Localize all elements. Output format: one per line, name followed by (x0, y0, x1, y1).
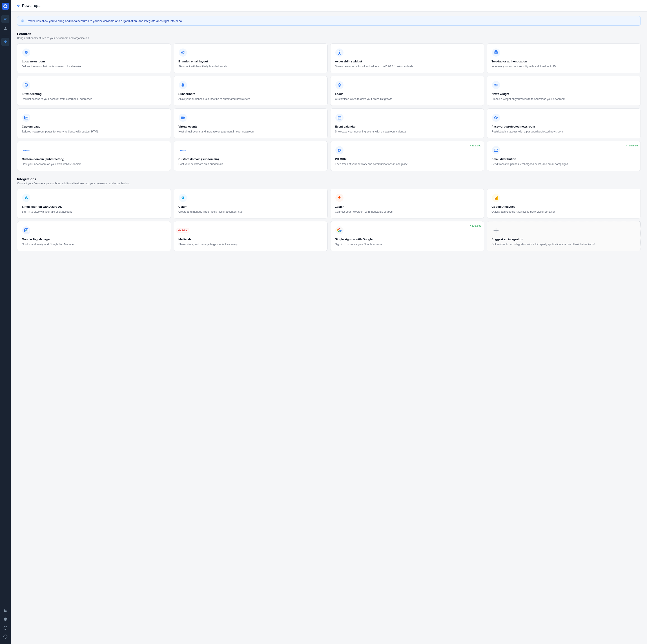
card-2fa[interactable]: 2FA Two-factor authentication Increase y… (487, 43, 641, 73)
svg-point-43 (336, 113, 344, 122)
svg-point-10 (22, 20, 23, 20)
google-sso-enabled: ✓ Enabled (470, 224, 481, 227)
card-custom-page[interactable]: Custom page Tailored newsroom pages for … (17, 108, 171, 138)
page-title: Power-ups (22, 4, 41, 8)
card-pr-crm[interactable]: ✓ Enabled PR CRM Keep track of you (330, 141, 484, 171)
suggest-title: Suggest an integration (492, 238, 636, 241)
pr-crm-icon (335, 146, 344, 155)
card-suggest-integration[interactable]: Suggest an integration Got an idea for a… (487, 221, 641, 251)
svg-rect-63 (497, 196, 498, 199)
card-ip-whitelisting[interactable]: IP IP-whitelisting Restrict access to yo… (17, 76, 171, 106)
svg-rect-61 (495, 198, 496, 199)
www-text-1: www (23, 149, 30, 152)
custom-domain-subdomain-icon: www (178, 146, 187, 155)
custom-domain-sub-desc: Host your newsroom on your own website d… (22, 162, 166, 166)
integrations-section: Integrations Connect your favorite apps … (17, 177, 641, 251)
integrations-subtitle: Connect your favorite apps and bring add… (17, 182, 641, 185)
sidebar-item-powerups[interactable] (1, 38, 9, 46)
azure-ad-desc: Sign in to pr.co via your Microsoft acco… (22, 210, 166, 214)
sidebar-item-news[interactable] (1, 15, 9, 23)
custom-page-desc: Tailored newsroom pages for every audien… (22, 130, 166, 134)
card-google-sso[interactable]: ✓ Enabled Single sign-on with Google (330, 221, 484, 251)
accessibility-icon (335, 48, 344, 57)
card-event-calendar[interactable]: Event calendar Showcase your upcoming ev… (330, 108, 484, 138)
card-custom-domain-sub[interactable]: www Custom domain (subdirectory) Host yo… (17, 141, 171, 171)
main-content: Power-ups Power-ups allow you to bring a… (11, 0, 647, 644)
svg-point-53 (336, 146, 344, 154)
card-branded-email[interactable]: Branded email layout Stand out with beau… (174, 43, 328, 73)
sidebar-item-help[interactable] (1, 624, 9, 632)
azure-ad-icon (22, 193, 31, 202)
leads-desc: Customized CTAs to drive your press list… (335, 97, 480, 101)
svg-point-15 (183, 52, 183, 53)
features-section: Features Bring additional features to yo… (17, 32, 641, 171)
check-icon: ✓ (470, 144, 472, 147)
card-news-widget[interactable]: News widget Embed a widget on your websi… (487, 76, 641, 106)
sidebar-item-learn[interactable] (1, 615, 9, 623)
sidebar-logo[interactable] (2, 3, 9, 10)
card-custom-domain-subdomain[interactable]: www Custom domain (subdomain) Host your … (174, 141, 328, 171)
svg-rect-36 (496, 84, 498, 85)
sidebar-item-contacts[interactable] (1, 24, 9, 32)
card-subscribers[interactable]: Subscribers Allow your audiences to subs… (174, 76, 328, 106)
branded-email-desc: Stand out with beautifully branded email… (178, 65, 323, 69)
celum-title: Celum (178, 205, 323, 209)
virtual-events-title: Virtual events (178, 125, 323, 128)
svg-rect-3 (4, 19, 7, 19)
email-dist-enabled: ✓ Enabled (626, 144, 638, 147)
email-dist-icon (492, 146, 501, 155)
custom-domain-subdomain-title: Custom domain (subdomain) (178, 157, 323, 161)
enabled-label-2: Enabled (629, 144, 638, 147)
subscribers-desc: Allow your audiences to subscribe to aut… (178, 97, 323, 101)
card-celum[interactable]: Celum Create and manage large media file… (174, 189, 328, 219)
card-leads[interactable]: Leads Customized CTAs to drive your pres… (330, 76, 484, 106)
news-widget-icon (492, 81, 501, 90)
svg-point-8 (5, 636, 6, 637)
local-newsroom-icon (22, 48, 31, 57)
card-medialab[interactable]: MediaLab Medialab Share, store, and mana… (174, 221, 328, 251)
svg-point-55 (340, 149, 341, 150)
local-newsroom-desc: Deliver the news that matters to each lo… (22, 65, 166, 69)
card-gtm[interactable]: Google Tag Manager Quickly and easily ad… (17, 221, 171, 251)
medialab-icon: MediaLab (178, 226, 187, 235)
email-dist-title: Email distribution (492, 157, 636, 161)
svg-rect-48 (339, 118, 339, 118)
email-dist-desc: Send trackable pitches, embargoed news, … (492, 162, 636, 166)
svg-text:2FA: 2FA (495, 52, 498, 54)
azure-ad-title: Single sign-on with Azure AD (22, 205, 166, 209)
custom-page-title: Custom page (22, 125, 166, 128)
content-area: Power-ups allow you to bring additional … (11, 12, 647, 266)
google-analytics-title: Google Analytics (492, 205, 636, 209)
gtm-desc: Quickly and easily add Google Tag Manage… (22, 242, 166, 246)
card-virtual-events[interactable]: Virtual events Host virtual events and i… (174, 108, 328, 138)
leads-title: Leads (335, 92, 480, 96)
enabled-label: Enabled (472, 144, 481, 147)
svg-rect-37 (495, 85, 498, 86)
svg-rect-11 (22, 21, 23, 22)
sidebar-item-settings[interactable] (1, 633, 9, 641)
card-accessibility[interactable]: Accessbility widget Makes newsrooms for … (330, 43, 484, 73)
powerups-icon (16, 4, 20, 8)
subscribers-icon (178, 81, 187, 90)
google-analytics-desc: Quickly add Google Analytics to track vi… (492, 210, 636, 214)
svg-point-57 (22, 194, 30, 202)
svg-point-5 (5, 27, 6, 28)
svg-rect-42 (181, 116, 184, 119)
card-email-dist[interactable]: ✓ Enabled Email distribution Send tracka… (487, 141, 641, 171)
google-sso-title: Single sign-on with Google (335, 238, 480, 241)
svg-rect-4 (4, 19, 6, 20)
sidebar-item-analytics[interactable] (1, 606, 9, 614)
card-password-protected[interactable]: Password-protected newsroom Restrict pub… (487, 108, 641, 138)
card-zapier[interactable]: Zapier Connect your newsroom with thousa… (330, 189, 484, 219)
google-sso-icon (335, 226, 344, 235)
2fa-title: Two-factor authentication (492, 60, 636, 63)
card-azure-ad[interactable]: Single sign-on with Azure AD Sign in to … (17, 189, 171, 219)
www-text-2: www (180, 149, 186, 152)
card-google-analytics[interactable]: Google Analytics Quickly add Google Anal… (487, 189, 641, 219)
check-icon-3: ✓ (470, 224, 472, 227)
card-local-newsroom[interactable]: Local newsroom Deliver the news that mat… (17, 43, 171, 73)
pr-crm-desc: Keep track of your network and communica… (335, 162, 480, 166)
suggest-icon (492, 226, 501, 235)
2fa-desc: Increase your account security with addi… (492, 65, 636, 69)
google-analytics-icon (492, 193, 501, 202)
